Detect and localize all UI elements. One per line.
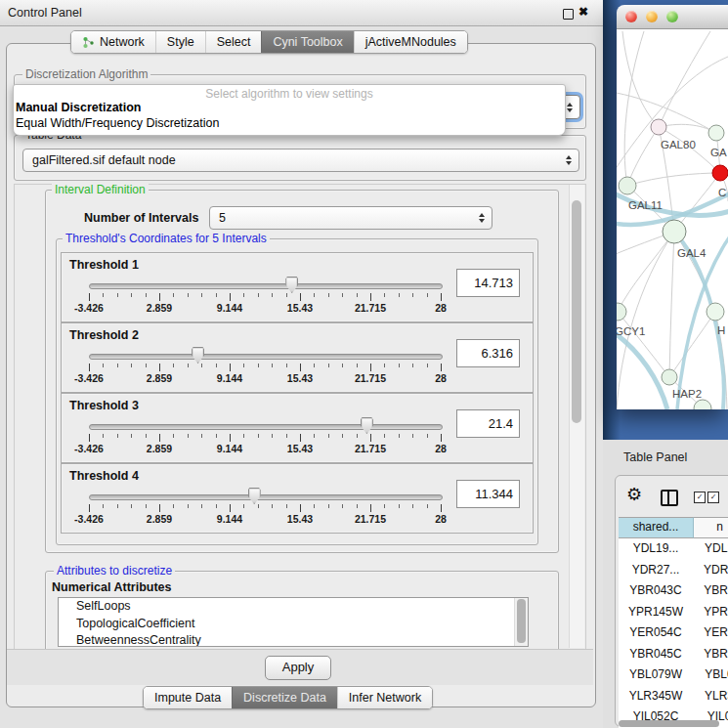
dropdown-option-equal-width-frequency[interactable]: Equal Width/Frequency Discretization (14, 116, 565, 132)
network-node-h[interactable] (707, 303, 724, 321)
network-node-gal80[interactable] (651, 119, 666, 135)
thresholds-group: Threshold's Coordinates for 5 Intervals … (56, 238, 538, 545)
slider-handle[interactable] (361, 417, 373, 434)
slider-major-tick (370, 293, 371, 301)
slider-handle[interactable] (248, 488, 261, 504)
threshold-value-field[interactable]: 14.713 (456, 269, 520, 297)
split-columns-icon[interactable] (661, 490, 678, 506)
scrollbar-thumb[interactable] (619, 720, 719, 727)
table-row[interactable]: YDR27...YDR2 (619, 560, 728, 581)
table-cell[interactable]: YBR0 (693, 644, 728, 665)
table-row[interactable]: YBL079WYBL0 (619, 664, 728, 686)
slider-major-tick (300, 504, 301, 512)
attribute-item-0[interactable]: SelfLoops (59, 598, 528, 616)
gear-icon[interactable]: ⚙ (626, 484, 642, 505)
number-of-intervals-combobox[interactable]: 5 (209, 206, 492, 230)
tab-style[interactable]: Style (155, 31, 205, 53)
network-window-titlebar[interactable] (617, 5, 728, 29)
table-cell[interactable]: YER054C (619, 622, 693, 644)
network-node-ga[interactable] (708, 125, 724, 141)
table-row[interactable]: YBR045CYBR0 (619, 644, 728, 665)
numerical-attributes-list[interactable]: SelfLoopsTopologicalCoefficientBetweenne… (58, 597, 529, 647)
threshold-value-field[interactable]: 21.4 (456, 409, 520, 438)
zoom-traffic-light-icon[interactable] (666, 11, 678, 22)
threshold-label: Threshold 4 (69, 469, 139, 483)
table-cell[interactable]: YBL079W (619, 664, 693, 686)
table-cell[interactable]: YBR045C (619, 644, 693, 665)
network-canvas[interactable]: GAL80GACGAL11GAL4GCY1HHAP2 (617, 29, 728, 409)
table-row[interactable]: YER054CYER0 (619, 622, 728, 644)
table-header-row: shared...n (619, 517, 728, 538)
table-cell[interactable]: YPR1 (693, 602, 728, 623)
slider-track[interactable] (89, 494, 443, 500)
threshold-value-field[interactable]: 6.316 (456, 339, 520, 367)
slider-handle[interactable] (285, 277, 298, 293)
table-cell[interactable]: YDR2 (693, 560, 728, 581)
table-cell[interactable]: YDL19... (619, 538, 693, 560)
table-cell[interactable]: YER0 (693, 622, 728, 644)
slider-scale-label: 9.144 (217, 372, 242, 384)
close-icon[interactable]: ✖ (578, 5, 588, 19)
network-graph[interactable]: GAL80GACGAL11GAL4GCY1HHAP2 (617, 29, 728, 409)
table-cell[interactable]: YDR27... (619, 560, 693, 581)
vertical-scrollbar[interactable] (569, 185, 584, 648)
apply-button[interactable]: Apply (265, 656, 331, 680)
table-cell[interactable]: YLR345W (619, 686, 693, 707)
screen: Control Panel ✖ NetworkStyleSelectCyni T… (0, 0, 728, 728)
slider-track[interactable] (89, 354, 443, 360)
scrollbar-thumb[interactable] (572, 200, 581, 423)
table-cell[interactable]: YPR145W (619, 602, 693, 623)
slider-scale-label: -3.426 (74, 443, 104, 454)
column-header-0[interactable]: shared... (619, 517, 694, 538)
close-traffic-light-icon[interactable] (625, 11, 637, 22)
table-data-combobox[interactable]: galFiltered.sif default node (22, 149, 579, 172)
network-view-window[interactable]: GAL80GACGAL11GAL4GCY1HHAP2 (617, 5, 728, 408)
network-node-gal11[interactable] (619, 177, 636, 194)
bottom-tab-impute-data[interactable]: Impute Data (144, 687, 232, 708)
table-cell[interactable]: YBR043C (619, 580, 693, 602)
network-node-label: GCY1 (617, 325, 645, 337)
network-node-gcy1[interactable] (617, 303, 626, 321)
checkbox-icon[interactable]: ✓ (707, 492, 719, 503)
table-row[interactable]: YLR345WYLR3 (619, 686, 728, 707)
checkbox-icon[interactable]: ✓ (694, 492, 706, 503)
slider-track[interactable] (89, 283, 443, 289)
slider-scale-label: 28 (435, 302, 447, 314)
node-attribute-table[interactable]: shared...nYDL19...YDL1YDR27...YDR2YBR043… (619, 517, 728, 728)
list-scrollbar[interactable] (514, 598, 528, 646)
slider-scale-label: 2.859 (147, 443, 172, 454)
minimize-traffic-light-icon[interactable] (646, 11, 658, 22)
attribute-item-1[interactable]: TopologicalCoefficient (59, 616, 528, 633)
group-title-interval-definition: Interval Definition (52, 184, 149, 196)
table-cell[interactable]: YLR3 (693, 686, 728, 707)
table-cell[interactable]: YDL1 (693, 538, 728, 560)
slider-handle[interactable] (192, 347, 204, 364)
threshold-value-field[interactable]: 11.344 (456, 480, 520, 508)
horizontal-scrollbar[interactable] (619, 720, 728, 727)
column-header-1[interactable]: n (694, 517, 728, 538)
attribute-item-2[interactable]: BetweennessCentrality (59, 632, 528, 647)
float-window-icon[interactable] (563, 9, 574, 20)
tab-jactivemnodules[interactable]: jActiveMNodules (354, 31, 467, 53)
network-node-c[interactable] (712, 165, 728, 181)
network-node-gal4[interactable] (663, 220, 686, 243)
slider-track[interactable] (89, 424, 443, 430)
slider-scale-label: 9.144 (217, 513, 242, 525)
bottom-tab-discretize-data[interactable]: Discretize Data (232, 687, 337, 708)
slider-major-tick (300, 293, 301, 301)
network-edge (627, 173, 720, 186)
dropdown-option-manual-discretization[interactable]: Manual Discretization (14, 101, 565, 116)
table-row[interactable]: YDL19...YDL1 (619, 538, 728, 560)
network-node-hap2[interactable] (662, 369, 677, 385)
tab-select[interactable]: Select (205, 31, 262, 53)
table-row[interactable]: YBR043CYBR0 (619, 580, 728, 602)
tab-cyni-toolbox[interactable]: Cyni Toolbox (261, 31, 353, 53)
table-cell[interactable]: YBR0 (693, 580, 728, 602)
table-cell[interactable]: YBL0 (693, 664, 728, 686)
network-icon (82, 36, 95, 49)
bottom-tab-infer-network[interactable]: Infer Network (337, 687, 432, 708)
table-row[interactable]: YPR145WYPR1 (619, 602, 728, 623)
network-node[interactable] (694, 400, 711, 409)
network-node-label: C (718, 187, 726, 198)
tab-network[interactable]: Network (71, 31, 155, 53)
